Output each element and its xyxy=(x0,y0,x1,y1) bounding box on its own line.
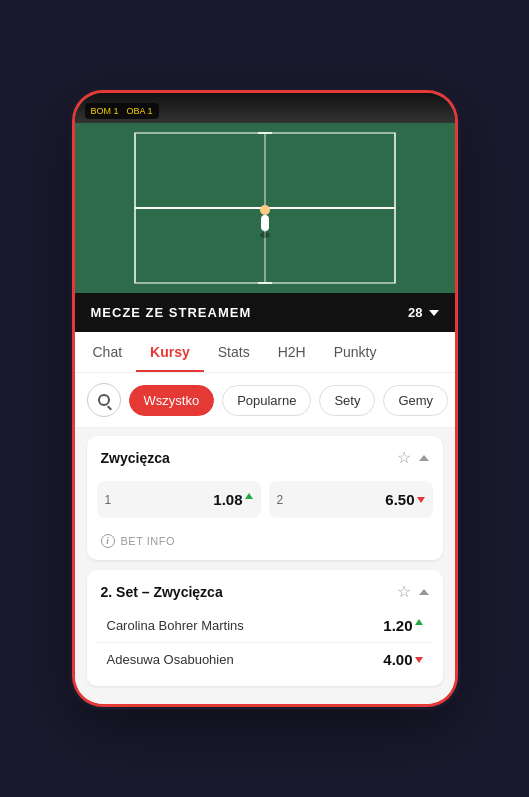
player-arrow-up-icon xyxy=(415,619,423,625)
player-arrow-down-icon xyxy=(415,657,423,663)
filter-row: Wszystko Popularne Sety Gemy Ha xyxy=(75,373,455,428)
players-section: Carolina Bohrer Martins 1.20 Adesuwa Osa… xyxy=(87,609,443,686)
svg-rect-11 xyxy=(261,215,269,231)
market-title-1: Zwycięzca xyxy=(101,450,170,466)
star-icon-1[interactable]: ☆ xyxy=(397,448,411,467)
player-row-2[interactable]: Adesuwa Osabuohien 4.00 xyxy=(97,642,433,676)
filter-gemy[interactable]: Gemy xyxy=(383,385,448,416)
team1-score: BOM 1 xyxy=(91,106,119,116)
stream-count: 28 xyxy=(408,305,438,320)
market-header-2: 2. Set – Zwycięzca ☆ xyxy=(87,570,443,609)
chevron-up-icon-1[interactable] xyxy=(419,455,429,461)
phone-frame: BOM 1 OBA 1 MECZE ZE STREAMEM 28 Chat Ku… xyxy=(75,93,455,704)
odds-value-away: 6.50 xyxy=(385,491,424,508)
stream-title: MECZE ZE STREAMEM xyxy=(91,305,252,320)
filter-popularne[interactable]: Popularne xyxy=(222,385,311,416)
tab-h2h[interactable]: H2H xyxy=(264,332,320,372)
market-card-zwyciezca: Zwycięzca ☆ 1 1.08 2 6.50 xyxy=(87,436,443,560)
scoreboard: BOM 1 OBA 1 xyxy=(85,103,159,119)
market-actions-1: ☆ xyxy=(397,448,429,467)
player-odds-2: 4.00 xyxy=(383,651,422,668)
odds-label-home: 1 xyxy=(105,493,112,507)
info-icon: i xyxy=(101,534,115,548)
odds-label-away: 2 xyxy=(277,493,284,507)
tab-chat[interactable]: Chat xyxy=(79,332,137,372)
market-card-set2: 2. Set – Zwycięzca ☆ Carolina Bohrer Mar… xyxy=(87,570,443,686)
team2-score: OBA 1 xyxy=(127,106,153,116)
star-icon-2[interactable]: ☆ xyxy=(397,582,411,601)
search-button[interactable] xyxy=(87,383,121,417)
tab-punkty[interactable]: Punkty xyxy=(320,332,391,372)
chevron-down-icon[interactable] xyxy=(429,310,439,316)
tab-stats[interactable]: Stats xyxy=(204,332,264,372)
content-area: Zwycięzca ☆ 1 1.08 2 6.50 xyxy=(75,428,455,704)
stream-banner: MECZE ZE STREAMEM 28 xyxy=(75,293,455,332)
svg-point-12 xyxy=(260,205,270,215)
player-name-1: Carolina Bohrer Martins xyxy=(107,618,244,633)
odds-btn-1-home[interactable]: 1 1.08 xyxy=(97,481,261,518)
odds-btn-1-away[interactable]: 2 6.50 xyxy=(269,481,433,518)
tab-kursy[interactable]: Kursy xyxy=(136,332,204,372)
player-name-2: Adesuwa Osabuohien xyxy=(107,652,234,667)
svg-point-10 xyxy=(260,232,270,238)
filter-wszystko[interactable]: Wszystko xyxy=(129,385,215,416)
player-row-1[interactable]: Carolina Bohrer Martins 1.20 xyxy=(97,609,433,642)
filter-sety[interactable]: Sety xyxy=(319,385,375,416)
video-section: BOM 1 OBA 1 xyxy=(75,93,455,293)
chevron-up-icon-2[interactable] xyxy=(419,589,429,595)
tennis-court xyxy=(75,93,455,293)
market-actions-2: ☆ xyxy=(397,582,429,601)
odds-value-home: 1.08 xyxy=(213,491,252,508)
odds-arrow-down-icon xyxy=(417,497,425,503)
bet-info[interactable]: i BET INFO xyxy=(87,528,443,560)
market-header-1: Zwycięzca ☆ xyxy=(87,436,443,475)
search-icon xyxy=(98,394,110,406)
tabs-row: Chat Kursy Stats H2H Punkty xyxy=(75,332,455,373)
player-odds-1: 1.20 xyxy=(383,617,422,634)
odds-arrow-up-icon xyxy=(245,493,253,499)
odds-row-1: 1 1.08 2 6.50 xyxy=(87,475,443,528)
bet-info-text: BET INFO xyxy=(121,535,176,547)
market-title-2: 2. Set – Zwycięzca xyxy=(101,584,223,600)
court-surface xyxy=(75,123,455,293)
